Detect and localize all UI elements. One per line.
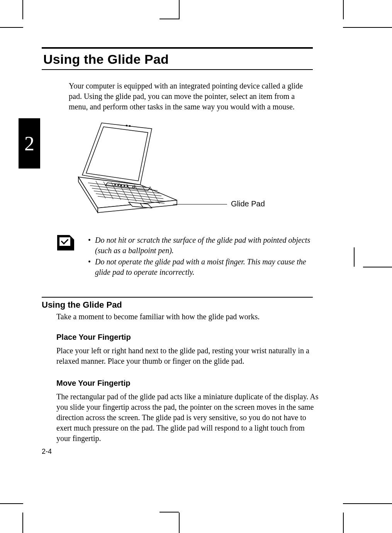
svg-point-26	[127, 186, 128, 187]
note-checkmark-icon	[57, 235, 74, 250]
svg-point-29	[129, 126, 131, 127]
crop-mark	[343, 0, 344, 19]
section-rule	[42, 297, 313, 298]
crop-mark	[22, 513, 23, 533]
figure-callout-label: Glide Pad	[231, 199, 265, 208]
page-root: 2 Using the Glide Pad Your computer is e…	[0, 0, 392, 533]
subsection-heading: Move Your Fingertip	[56, 379, 313, 388]
section-heading: Using the Glide Pad	[42, 300, 313, 310]
intro-paragraph: Your computer is equipped with an integr…	[69, 81, 308, 112]
svg-point-24	[121, 185, 122, 186]
crop-mark	[354, 247, 355, 267]
crop-mark	[0, 503, 23, 504]
crop-mark	[343, 503, 392, 504]
svg-point-28	[126, 125, 127, 126]
crop-mark	[160, 19, 179, 19]
page-title: Using the Glide Pad	[42, 52, 313, 69]
content-area: Using the Glide Pad Your computer is equ…	[42, 47, 313, 456]
subsection-heading: Place Your Fingertip	[56, 333, 313, 342]
crop-mark	[160, 512, 179, 513]
callout-line	[173, 204, 227, 204]
chapter-tab: 2	[19, 118, 40, 169]
crop-mark	[343, 513, 344, 533]
crop-mark	[22, 0, 23, 19]
crop-mark	[179, 513, 180, 533]
svg-point-22	[115, 184, 115, 185]
crop-mark	[0, 27, 23, 28]
crop-mark	[179, 0, 180, 19]
crop-mark	[343, 27, 392, 28]
subsection-body: The rectangular pad of the glide pad act…	[56, 392, 319, 444]
svg-point-27	[133, 186, 135, 188]
note-list: Do not hit or scratch the surface of the…	[88, 235, 312, 278]
svg-marker-1	[86, 127, 148, 181]
svg-point-23	[118, 185, 119, 186]
svg-point-25	[124, 186, 125, 186]
note-block: Do not hit or scratch the surface of the…	[57, 235, 328, 278]
note-item: Do not hit or scratch the surface of the…	[88, 235, 312, 256]
laptop-illustration-icon	[61, 119, 188, 220]
chapter-number: 2	[24, 132, 34, 155]
title-rule-bottom	[42, 69, 313, 70]
crop-mark	[363, 267, 392, 267]
title-rule-top	[42, 47, 313, 49]
subsection-body: Place your left or right hand next to th…	[56, 346, 319, 366]
note-item: Do not operate the glide pad with a mois…	[88, 257, 312, 278]
section-intro: Take a moment to become familiar with ho…	[56, 312, 313, 322]
laptop-figure: Glide Pad	[61, 119, 313, 220]
page-number: 2-4	[42, 448, 52, 456]
